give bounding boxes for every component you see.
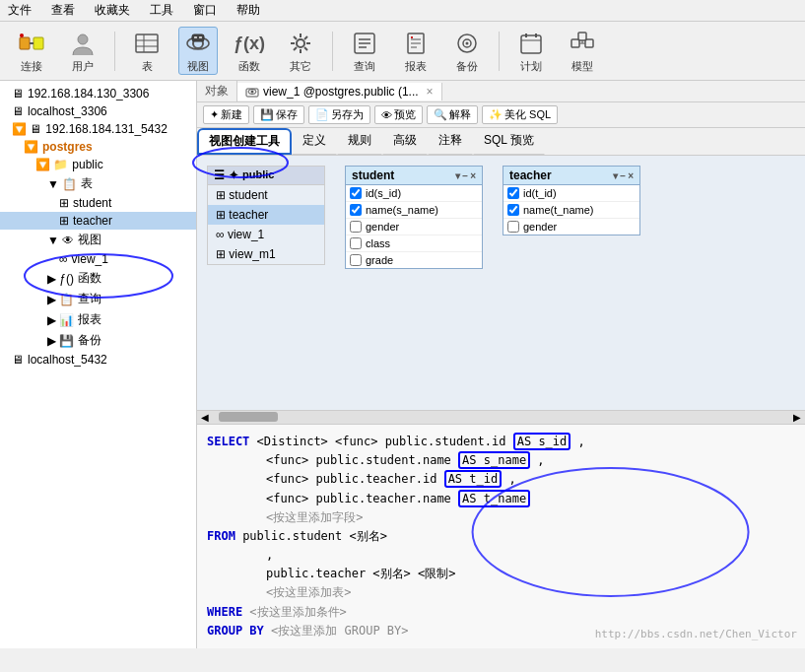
tab-advanced[interactable]: 高级 <box>382 128 428 155</box>
teacher-field-3-name: gender <box>523 221 557 233</box>
teacher-close-btn[interactable]: × <box>628 170 634 181</box>
menu-favorites[interactable]: 收藏夹 <box>91 0 134 21</box>
sql-groupby-val[interactable]: <按这里添加 GROUP BY> <box>271 624 408 638</box>
sql-from-line4[interactable]: <按这里添加表> <box>207 583 795 602</box>
menu-tools[interactable]: 工具 <box>146 0 177 21</box>
beautify-btn[interactable]: ✨ 美化 SQL <box>482 105 558 124</box>
add-field-placeholder[interactable]: <按这里添加字段> <box>266 510 363 524</box>
student-field-1-check[interactable] <box>350 187 362 199</box>
db-icon: 🔽 <box>24 140 38 154</box>
obj-viewm1[interactable]: ⊞ view_m1 <box>208 244 324 264</box>
svg-rect-0 <box>20 37 30 49</box>
teacher-field-3-check[interactable] <box>507 221 519 233</box>
tab-sql-preview[interactable]: SQL 预览 <box>473 128 545 155</box>
model-icon <box>567 28 598 59</box>
sidebar-tables-group[interactable]: ▼ 📋 表 <box>0 173 196 194</box>
toolbar-func[interactable]: ƒ(x) 函数 <box>230 28 269 74</box>
tab-rules[interactable]: 规则 <box>337 128 382 155</box>
toolbar-query[interactable]: 查询 <box>345 28 384 74</box>
sql-line-add-field[interactable]: <按这里添加字段> <box>207 508 795 527</box>
view-design-tabs: 视图创建工具 定义 规则 高级 注释 SQL 预览 <box>197 128 805 156</box>
sidebar-conn-4[interactable]: 🖥 localhost_5432 <box>0 351 196 369</box>
toolbar-other[interactable]: 其它 <box>281 28 320 74</box>
save-btn[interactable]: 💾 保存 <box>253 105 304 124</box>
toolbar-model[interactable]: 模型 <box>563 28 602 74</box>
sidebar-view1[interactable]: ∞ view_1 <box>0 250 196 268</box>
teacher-field-2-check[interactable] <box>507 204 519 216</box>
student-min-btn[interactable]: − <box>462 170 468 181</box>
view-icon <box>182 28 214 59</box>
toolbar-report[interactable]: 报表 <box>396 28 436 74</box>
sidebar-public[interactable]: 🔽 📁 public <box>0 156 196 173</box>
conn-icon-3: 🔽 🖥 <box>12 122 41 136</box>
menu-file[interactable]: 文件 <box>4 0 35 21</box>
obj-student[interactable]: ⊞ student <box>208 185 324 205</box>
sidebar-conn-1[interactable]: 🖥 192.168.184.130_3306 <box>0 85 196 102</box>
teacher-field-1-check[interactable] <box>507 187 519 199</box>
explain-btn[interactable]: 🔍 解释 <box>427 105 478 124</box>
sidebar-student[interactable]: ⊞ student <box>0 194 196 212</box>
sidebar-queries-group[interactable]: ▶ 📋 查询 <box>0 289 196 309</box>
sidebar-reports-group[interactable]: ▶ 📊 报表 <box>0 309 196 330</box>
user-label: 用户 <box>72 59 94 74</box>
menu-window[interactable]: 窗口 <box>189 0 221 21</box>
sidebar-backup-group[interactable]: ▶ 💾 备份 <box>0 330 196 351</box>
toolbar-backup[interactable]: 备份 <box>447 28 487 74</box>
new-btn[interactable]: ✦ 新建 <box>203 105 249 124</box>
student-field-2-check[interactable] <box>350 204 362 216</box>
scroll-left-icon[interactable]: ◀ <box>201 412 209 423</box>
sidebar-teacher[interactable]: ⊞ teacher <box>0 212 196 230</box>
funcs-icon: ▶ ƒ() <box>47 272 74 286</box>
save-as-btn[interactable]: 📄 另存为 <box>308 105 370 124</box>
sidebar-postgres[interactable]: 🔽 postgres <box>0 138 196 156</box>
scroll-right-icon[interactable]: ▶ <box>793 412 801 423</box>
add-table-placeholder[interactable]: <按这里添加表> <box>266 585 351 599</box>
student-field-3-check[interactable] <box>350 221 362 233</box>
sql-where-kw: WHERE <box>207 605 242 619</box>
teacher-table-widget: teacher ▾ − × id(t_id) name(t_name) <box>503 166 640 235</box>
obj-teacher[interactable]: ⊞ teacher <box>208 205 324 225</box>
sidebar-funcs-group[interactable]: ▶ ƒ() 函数 <box>0 268 196 289</box>
sidebar-conn-2[interactable]: 🖥 localhost_3306 <box>0 102 196 120</box>
student-close-btn[interactable]: × <box>470 170 476 181</box>
svg-point-46 <box>251 90 254 93</box>
toolbar-plan[interactable]: 计划 <box>511 28 551 74</box>
sql-scrollbar[interactable]: ◀ ▶ <box>197 410 805 424</box>
schema-icon: 🔽 📁 <box>35 158 68 171</box>
toolbar-user[interactable]: 用户 <box>63 28 102 74</box>
tab-comments-label: 注释 <box>438 133 462 147</box>
sql-comma2: , <box>537 453 544 467</box>
tab-design-tool[interactable]: 视图创建工具 <box>197 128 292 155</box>
sql-where-cond[interactable]: <按这里添加条件> <box>249 605 346 619</box>
menu-view[interactable]: 查看 <box>47 0 79 21</box>
svg-point-14 <box>297 39 304 47</box>
scroll-thumb[interactable] <box>219 412 278 422</box>
sidebar-conn-3[interactable]: 🔽 🖥 192.168.184.131_5432 <box>0 120 196 138</box>
toolbar-connect[interactable]: 连接 <box>12 28 51 74</box>
student-field-1-name: id(s_id) <box>366 187 401 199</box>
teacher-table-btns: ▾ − × <box>613 170 634 181</box>
obj-view1[interactable]: ∞ view_1 <box>208 225 324 244</box>
table-teacher-icon: ⊞ <box>59 214 69 228</box>
view-tab-icon <box>245 85 259 99</box>
student-field-5-check[interactable] <box>350 254 362 266</box>
sql-func2: <func> public.student.name <box>266 453 451 467</box>
sidebar-tables-label: 表 <box>81 175 93 192</box>
teacher-min-btn[interactable]: − <box>620 170 626 181</box>
close-tab-btn[interactable]: × <box>427 85 434 99</box>
tab-comments[interactable]: 注释 <box>428 128 473 155</box>
menu-help[interactable]: 帮助 <box>233 0 264 21</box>
toolbar-table[interactable]: 表 <box>127 28 167 74</box>
save-icon: 💾 <box>260 108 274 121</box>
sql-groupby-line: GROUP BY <按这里添加 GROUP BY> <box>207 622 795 640</box>
view-tab-open[interactable]: view_1 @postgres.public (1... × <box>237 83 442 101</box>
preview-btn[interactable]: 👁 预览 <box>374 105 423 124</box>
student-field-2: name(s_name) <box>346 202 482 219</box>
student-menu-btn[interactable]: ▾ <box>455 170 460 181</box>
toolbar-view[interactable]: 视图 <box>178 27 218 75</box>
tab-definition[interactable]: 定义 <box>292 128 337 155</box>
student-field-4-check[interactable] <box>350 237 362 249</box>
sidebar-views-group[interactable]: ▼ 👁 视图 <box>0 230 196 250</box>
tab-design-tool-label: 视图创建工具 <box>209 134 280 148</box>
teacher-menu-btn[interactable]: ▾ <box>613 170 618 181</box>
